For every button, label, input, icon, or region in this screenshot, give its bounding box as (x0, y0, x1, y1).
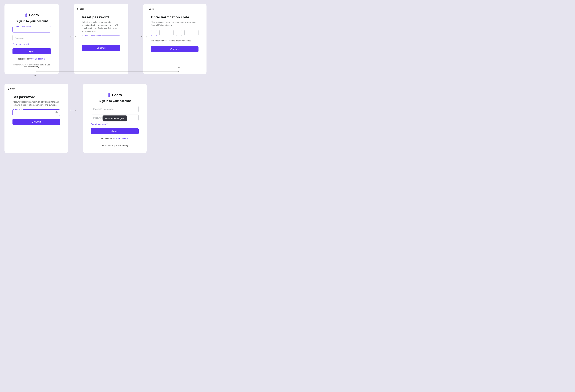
otp-digit-5[interactable] (184, 30, 190, 36)
chevron-left-icon (77, 8, 79, 10)
logo: Logto (12, 13, 51, 17)
chevron-left-icon (7, 88, 9, 90)
forgot-password-link[interactable]: Forgot password? (91, 123, 139, 125)
back-button[interactable]: Back (146, 8, 198, 10)
logo: Logto (91, 93, 139, 97)
setpw-desc: Password requires a minimum of 8 charact… (12, 100, 60, 107)
email-field[interactable]: Email / Phone number (12, 26, 51, 32)
svg-rect-0 (26, 15, 26, 16)
back-button[interactable]: Back (7, 88, 60, 90)
continue-button[interactable]: Continue (82, 45, 120, 51)
continue-button[interactable]: Continue (151, 46, 198, 52)
reset-title: Reset password (82, 15, 120, 19)
logo-text: Logto (112, 93, 122, 97)
logo-text: Logto (29, 13, 39, 17)
create-account-link[interactable]: Create account (114, 138, 128, 140)
back-button[interactable]: Back (77, 8, 120, 10)
otp-digit-4[interactable] (176, 30, 182, 36)
card-verify: Back Enter verification code The verific… (143, 4, 207, 74)
signin-button[interactable]: Sign in (12, 48, 51, 54)
otp-digit-6[interactable] (193, 30, 198, 36)
email-field[interactable] (91, 106, 139, 112)
verify-desc: The verification code has been sent to y… (151, 21, 198, 27)
svg-rect-1 (109, 95, 110, 95)
continue-button[interactable]: Continue (12, 119, 60, 125)
no-account-text: Not account? Create account (91, 138, 139, 140)
otp-inputs (151, 30, 198, 36)
footer-links: Terms of Use|Privacy Policy (91, 144, 139, 147)
new-password-field[interactable]: Password (12, 110, 60, 116)
terms-text: By continuing, you agree to the Terms of… (12, 64, 51, 68)
forgot-password-link[interactable]: Forgot password? (12, 43, 51, 46)
resend-text: Not received yet? Resend after 59 second… (151, 40, 198, 42)
signin-title: Sign in to your account (12, 20, 51, 23)
signin-button[interactable]: Sign in (91, 128, 139, 134)
toast: Password changed! (103, 115, 127, 121)
privacy-link[interactable]: Privacy Policy (27, 66, 39, 68)
privacy-link[interactable]: Privacy Policy (115, 144, 130, 147)
logo-icon (25, 13, 28, 17)
chevron-left-icon (146, 8, 148, 10)
row-1: Logto Sign in to your account Email / Ph… (4, 4, 207, 74)
card-setpw: Back Set password Password requires a mi… (4, 84, 68, 153)
reset-email-field[interactable]: Email / Phone number (82, 36, 120, 42)
logo-icon (108, 93, 111, 97)
verify-title: Enter verification code (151, 15, 198, 19)
card-signin-final: Logto Sign in to your account Forgot pas… (83, 84, 147, 153)
flow-diagram: Logto Sign in to your account Email / Ph… (4, 4, 207, 153)
verify-email: Jason012@gmail.com (151, 24, 172, 26)
otp-digit-2[interactable] (159, 30, 165, 36)
otp-digit-1[interactable] (151, 30, 157, 36)
terms-link[interactable]: Terms of Use (100, 144, 114, 147)
create-account-link[interactable]: Create account (31, 58, 45, 60)
password-field[interactable] (12, 35, 51, 41)
signin-title: Sign in to your account (91, 99, 139, 103)
terms-link[interactable]: Terms of Use (39, 64, 50, 66)
card-signin: Logto Sign in to your account Email / Ph… (4, 4, 59, 74)
card-reset: Back Reset password Enter the email or p… (74, 4, 128, 74)
setpw-title: Set password (12, 95, 60, 99)
otp-digit-3[interactable] (168, 30, 173, 36)
eye-off-icon[interactable] (55, 111, 58, 114)
reset-desc: Enter the email or phone number associat… (82, 21, 120, 33)
no-account-text: Not account? Create account (12, 58, 51, 60)
row-2: Back Set password Password requires a mi… (4, 84, 207, 153)
